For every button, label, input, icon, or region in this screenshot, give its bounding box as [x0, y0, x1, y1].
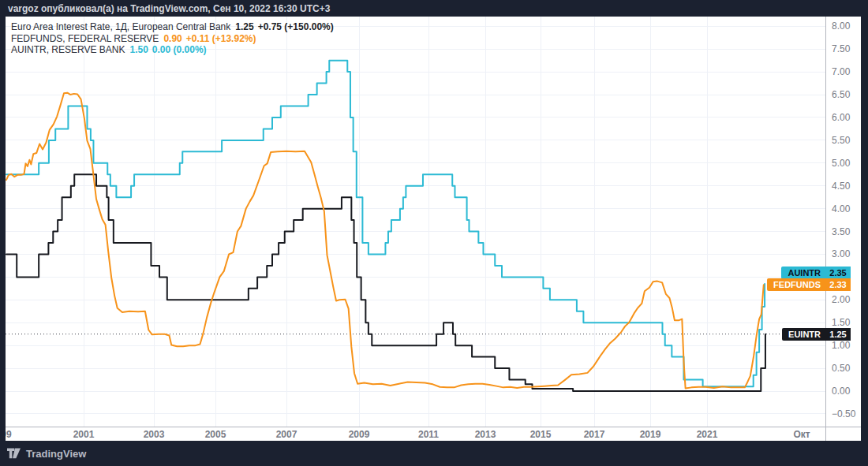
legend-change: +0.11 (+13.92%): [186, 33, 256, 44]
x-axis-label: 2003: [144, 429, 165, 440]
legend-symbol-name: FEDFUNDS, FEDERAL RESERVE: [11, 33, 159, 44]
tradingview-snapshot: { "header": { "publish_text": "vargoz оп…: [0, 0, 868, 466]
x-axis-label: 2021: [697, 429, 718, 440]
price-label-value: 2.33: [825, 278, 851, 291]
y-axis-label: 3.50: [832, 226, 863, 237]
price-label-auintr: AUINTR2.35: [781, 267, 851, 279]
price-label-ticker: EUINTR: [782, 328, 825, 341]
y-axis-label: 6.00: [832, 112, 863, 123]
y-axis-label: 0.50: [832, 363, 863, 374]
price-label-ticker: FEDFUNDS: [767, 278, 825, 291]
x-axis-label: 2015: [530, 429, 552, 440]
tradingview-logo-icon: [7, 448, 21, 460]
y-axis-label: 1.50: [832, 317, 863, 328]
x-axis-label: Окт: [793, 429, 810, 440]
y-axis-label: 2.00: [832, 294, 863, 305]
tradingview-brand-link[interactable]: TradingView: [26, 448, 86, 460]
publish-text: vargoz опубликовал(а) на TradingView.com…: [8, 3, 330, 14]
legend-row-auintr[interactable]: AUINTR, RESERVE BANK1.500.00 (0.00%): [11, 44, 334, 56]
series-line-auintr[interactable]: [6, 61, 765, 387]
legend-change: 0.00 (0.00%): [152, 44, 207, 55]
legend-symbol-name: AUINTR, RESERVE BANK: [11, 44, 125, 55]
y-axis-label: 5.50: [832, 135, 863, 146]
price-label-euintr: EUINTR1.25: [782, 328, 851, 341]
left-frame-strip: [0, 17, 6, 441]
price-label-fedfunds: FEDFUNDS2.33: [767, 278, 851, 291]
y-axis-label: 5.00: [832, 158, 863, 169]
y-axis-label: 6.50: [832, 89, 863, 100]
y-axis-label: −0.50: [832, 408, 863, 419]
x-axis-label: 2005: [205, 429, 226, 440]
footer-bar: TradingView: [0, 441, 868, 466]
publish-bar: vargoz опубликовал(а) на TradingView.com…: [0, 0, 868, 17]
x-axis-label: 2013: [475, 429, 496, 440]
x-axis-label: 2007: [276, 429, 297, 440]
legend-value: 1.25: [235, 21, 253, 32]
x-axis-label: 2011: [418, 429, 439, 440]
price-label-value: 2.35: [825, 267, 851, 279]
legend-symbol-name: Euro Area Interest Rate, 1Д, European Ce…: [11, 21, 230, 32]
price-label-ticker: AUINTR: [781, 267, 825, 279]
y-axis-label: 8.00: [832, 21, 863, 32]
legend-row-fedfunds[interactable]: FEDFUNDS, FEDERAL RESERVE0.90+0.11 (+13.…: [11, 33, 334, 45]
legend-row-euintr[interactable]: Euro Area Interest Rate, 1Д, European Ce…: [11, 21, 334, 33]
x-axis-label: 2001: [73, 429, 95, 440]
price-label-value: 1.25: [825, 328, 851, 341]
x-axis-label: 2019: [640, 429, 661, 440]
legend-value: 0.90: [163, 33, 181, 44]
legend-change: +0.75 (+150.00%): [258, 21, 334, 32]
y-axis-label: 0.00: [832, 386, 863, 397]
y-axis-label: 1.00: [832, 340, 863, 351]
x-axis-label: 2009: [349, 429, 370, 440]
y-axis-label: 7.50: [832, 43, 863, 54]
y-axis-label: 3.00: [832, 248, 863, 259]
chart-legend: Euro Area Interest Rate, 1Д, European Ce…: [11, 21, 334, 56]
x-axis-label: 2017: [584, 429, 605, 440]
right-frame-strip: [861, 17, 868, 441]
y-axis-label: 4.50: [832, 181, 863, 192]
y-axis-label: 7.00: [832, 66, 863, 77]
chart-canvas[interactable]: [0, 0, 868, 466]
legend-value: 1.50: [129, 44, 148, 55]
y-axis-label: 4.00: [832, 203, 863, 214]
